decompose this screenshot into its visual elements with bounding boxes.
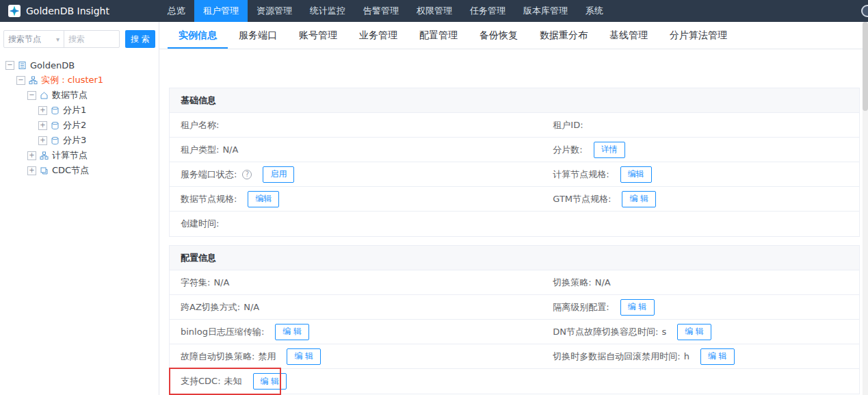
field-switch-policy: 切换策略: N/A (542, 270, 859, 294)
tree-node-compute-node[interactable]: + 计算节点 (0, 148, 159, 163)
sidebar: 搜索节点 ▾ 搜 索 − GoldenDB − 实例 : cluster1 (0, 22, 159, 395)
edit-button[interactable]: 编 辑 (253, 373, 287, 390)
field-tenant-type: 租户类型: N/A (170, 138, 542, 162)
table-row: 跨AZ切换方式: N/A 隔离级别配置: 编 辑 (170, 295, 859, 320)
nav-item-task-mgmt[interactable]: 任务管理 (461, 0, 514, 22)
help-icon[interactable]: ? (242, 170, 252, 179)
search-type-select[interactable]: 搜索节点 ▾ (4, 31, 64, 47)
table-row: 数据节点规格: 编辑 GTM节点规格: 编 辑 (170, 187, 859, 212)
tree-node-label: GoldenDB (30, 60, 75, 71)
expand-toggle-icon[interactable]: + (38, 136, 47, 145)
table-row: 服务端口状态: ? 启用 计算节点规格: 编辑 (170, 162, 859, 187)
scrollbar-thumb[interactable] (863, 22, 868, 111)
nav-item-alarm-mgmt[interactable]: 告警管理 (354, 0, 408, 22)
field-label: binlog日志压缩传输: (181, 326, 264, 338)
expand-toggle-icon[interactable]: + (27, 151, 36, 160)
expand-toggle-icon[interactable]: + (38, 121, 47, 130)
cdc-node-icon (40, 166, 49, 175)
edit-button[interactable]: 编 辑 (275, 324, 309, 340)
config-info-panel: 配置信息 字符集: N/A 切换策略: N/A 跨AZ切换方式: N/A (169, 245, 860, 394)
tab-account-mgmt[interactable]: 账号管理 (288, 22, 348, 49)
field-value: 未知 (224, 375, 242, 387)
expand-toggle-icon[interactable]: + (38, 106, 47, 115)
search-input[interactable] (64, 31, 119, 47)
expand-toggle-icon[interactable]: + (27, 166, 36, 175)
edit-button[interactable]: 编 辑 (287, 348, 321, 365)
tree-node-goldendb[interactable]: − GoldenDB (0, 58, 159, 73)
field-data-node-spec: 数据节点规格: 编辑 (170, 187, 542, 211)
brand: GoldenDB Insight (0, 5, 159, 17)
empty-cell (542, 369, 859, 394)
table-row: 支持CDC: 未知 编 辑 (170, 369, 859, 394)
field-auto-switch-policy: 故障自动切换策略: 禁用 编 辑 (170, 344, 542, 368)
field-value: N/A (595, 277, 611, 288)
tree-node-instance-cluster1[interactable]: − 实例 : cluster1 (0, 73, 159, 88)
tree-node-shard2[interactable]: + 分片2 (0, 118, 159, 133)
basic-info-title: 基础信息 (170, 88, 859, 113)
tree-node-cdc-node[interactable]: + CDC节点 (0, 163, 159, 178)
field-compute-node-spec: 计算节点规格: 编辑 (542, 162, 859, 186)
tab-bar: 实例信息 服务端口 账号管理 业务管理 配置管理 备份恢复 数据重分布 基线管理… (159, 22, 868, 49)
detail-button[interactable]: 详情 (594, 142, 625, 158)
field-label: 租户ID: (553, 119, 583, 131)
nav-item-overview[interactable]: 总览 (159, 0, 194, 22)
enable-button[interactable]: 启用 (263, 166, 294, 183)
collapse-toggle-icon[interactable]: − (16, 76, 25, 85)
tab-baseline-mgmt[interactable]: 基线管理 (599, 22, 659, 49)
field-rollback-disable-time: 切换时多数据自动回滚禁用时间: h 编 辑 (542, 344, 859, 368)
edit-button[interactable]: 编 辑 (622, 191, 656, 207)
vertical-scrollbar[interactable] (863, 22, 868, 395)
shard-icon (51, 106, 60, 115)
tree-node-shard3[interactable]: + 分片3 (0, 133, 159, 148)
table-row: 租户名称: 租户ID: (170, 113, 859, 138)
tab-instance-info[interactable]: 实例信息 (168, 22, 228, 49)
field-value: N/A (244, 302, 259, 312)
tab-business-mgmt[interactable]: 业务管理 (348, 22, 408, 49)
field-label: DN节点故障切换容忍时间: (553, 326, 658, 338)
edit-button[interactable]: 编 辑 (620, 299, 655, 316)
field-label: 切换策略: (553, 277, 591, 289)
edit-button[interactable]: 编 辑 (700, 348, 735, 365)
chevron-down-icon: ▾ (56, 36, 60, 43)
tab-config-mgmt[interactable]: 配置管理 (408, 22, 469, 49)
field-label: 隔离级别配置: (553, 301, 609, 314)
tab-service-port[interactable]: 服务端口 (228, 22, 288, 49)
search-input-group: 搜索节点 ▾ (3, 30, 120, 48)
field-label: 创建时间: (181, 218, 219, 230)
tree-node-shard1[interactable]: + 分片1 (0, 103, 159, 118)
topbar: GoldenDB Insight 总览 租户管理 资源管理 统计监控 告警管理 … (0, 0, 868, 22)
edit-button[interactable]: 编 辑 (677, 324, 711, 340)
edit-button[interactable]: 编辑 (620, 166, 652, 183)
database-org-icon (18, 61, 27, 70)
empty-cell (542, 212, 859, 236)
field-label: 分片数: (553, 144, 582, 156)
instance-icon (29, 76, 38, 85)
tab-shard-algorithm-mgmt[interactable]: 分片算法管理 (659, 22, 738, 49)
field-value: s (661, 327, 666, 337)
search-button[interactable]: 搜 索 (125, 30, 155, 48)
edit-button[interactable]: 编辑 (248, 191, 279, 207)
tree-node-label: 实例 : cluster1 (41, 74, 103, 86)
account-icon[interactable] (861, 5, 868, 17)
field-dn-failover-tolerance: DN节点故障切换容忍时间: s 编 辑 (542, 320, 859, 344)
nav-item-version-repo-mgmt[interactable]: 版本库管理 (514, 0, 577, 22)
shard-icon (51, 136, 60, 145)
nav-item-tenant-mgmt[interactable]: 租户管理 (194, 0, 248, 22)
collapse-toggle-icon[interactable]: − (5, 61, 14, 70)
tree-node-data-node[interactable]: − 数据节点 (0, 88, 159, 103)
field-label: 故障自动切换策略: (181, 351, 254, 363)
tab-backup-restore[interactable]: 备份恢复 (469, 22, 529, 49)
field-service-port-status: 服务端口状态: ? 启用 (170, 162, 542, 186)
nav-item-system[interactable]: 系统 (577, 0, 612, 22)
field-label: 字符集: (181, 277, 210, 289)
table-row: 字符集: N/A 切换策略: N/A (170, 270, 859, 295)
field-tenant-name: 租户名称: (170, 113, 542, 137)
nav-item-stats-monitor[interactable]: 统计监控 (301, 0, 354, 22)
tab-data-redistribution[interactable]: 数据重分布 (529, 22, 599, 49)
collapse-toggle-icon[interactable]: − (27, 91, 36, 100)
field-binlog-compress: binlog日志压缩传输: 编 辑 (170, 320, 542, 344)
node-search-bar: 搜索节点 ▾ 搜 索 (0, 30, 159, 48)
nav-item-permission-mgmt[interactable]: 权限管理 (408, 0, 461, 22)
tree-node-label: 数据节点 (52, 89, 88, 101)
nav-item-resource-mgmt[interactable]: 资源管理 (248, 0, 301, 22)
